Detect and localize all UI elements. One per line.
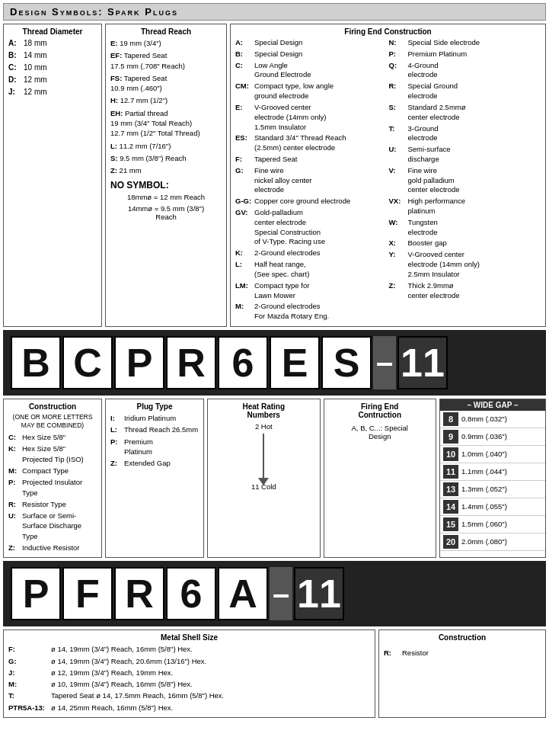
tr-value: 21 mm — [120, 166, 142, 175]
no-symbol-items: 18mmø = 12 mm Reach14mmø = 9.5 mm (3/8")… — [110, 193, 222, 221]
pt-key: L: — [110, 424, 121, 434]
fe-key: ES: — [235, 133, 252, 153]
firing-end-right-item: U:Semi-surface discharge — [389, 145, 541, 165]
no-symbol-item: 14mmø = 9.5 mm (3/8") Reach — [110, 204, 222, 221]
wide-gap-items: 80.8mm (.032")90.9mm (.036")101.0mm (.04… — [440, 411, 545, 551]
fe-value: Compact type for Lawn Mower — [254, 281, 309, 301]
construction-left-item: P:Projected Insulator Type — [8, 477, 97, 498]
firing-end-right-item: R:Special Ground electrode — [389, 82, 541, 101]
firing-end-left-item: LM:Compact type for Lawn Mower — [235, 281, 388, 301]
fe-key: W: — [389, 218, 406, 238]
thread-diameter-item: D:12 mm — [8, 75, 97, 85]
cl-key: U: — [8, 511, 19, 541]
fe-key: C: — [235, 61, 252, 81]
fe-key: LM: — [235, 281, 252, 301]
ms-value: ø 10, 19mm (3/4") Reach, 16mm (5/8") Hex… — [51, 679, 193, 689]
bottom-section: Metal Shell Size F:ø 14, 19mm (3/4") Rea… — [3, 629, 546, 718]
tr-key: H: — [110, 96, 118, 104]
firing-end-left-item: GV:Gold-palladium center electrode Speci… — [235, 208, 388, 247]
firing-end-construction-title: Firing End Contruction — [329, 402, 432, 419]
wg-num: 13 — [443, 482, 458, 496]
code-display-2: PFR6A–11 — [3, 561, 546, 626]
fe-value: 2-Ground electrodes — [254, 248, 321, 258]
fe-value: Semi-surface discharge — [408, 145, 451, 165]
heat-hot-label: 2 Hot — [212, 422, 315, 431]
wide-gap-title: – WIDE GAP – — [440, 399, 545, 411]
tr-value: 19 mm (3/4") — [120, 39, 161, 47]
pt-key: I: — [110, 413, 121, 423]
page-title: Design Symbols: Spark Plugs — [10, 6, 178, 18]
construction-left-item: M:Compact Type — [8, 466, 97, 476]
cl-key: M: — [8, 466, 19, 476]
construction-bottom-item: R:Resistor — [384, 648, 541, 658]
fe-value: Special Ground electrode — [408, 82, 458, 101]
ms-value: ø 14, 25mm Reach, 16mm (5/8") Hex. — [51, 703, 173, 713]
tr-key: E: — [110, 39, 118, 47]
cl-value: Compact Type — [22, 466, 69, 476]
firing-end-construction-box: Firing End Contruction A, B, C...: Speci… — [324, 399, 437, 558]
metal-shell-item: F:ø 14, 19mm (3/4") Reach, 16mm (5/8") H… — [8, 644, 370, 654]
firing-end-left-item: M:2-Ground electrodes For Mazda Rotary E… — [235, 302, 388, 322]
wg-num: 20 — [443, 535, 458, 549]
firing-end-left-item: CM:Compact type, low angle ground electr… — [235, 82, 388, 101]
firing-end-right-item: N:Special Side electrode — [389, 38, 541, 48]
fe-value: Gold-palladium center electrode Special … — [254, 208, 325, 247]
wide-gap-item: 202.0mm (.080") — [440, 533, 545, 551]
firing-end-construction-value: A, B, C...: Special Design — [329, 424, 432, 440]
firing-end-right-item: Z:Thick 2.9mmø center electrode — [389, 281, 541, 301]
fe-value: Special Design — [254, 50, 302, 59]
fe-value: Copper core ground electrode — [254, 197, 350, 207]
fe-value: V-Grooved center electrode (14mm only) 1… — [254, 103, 327, 132]
ms-key: J: — [8, 668, 48, 678]
ms-key: PTR5A-13: — [8, 703, 48, 713]
page: Design Symbols: Spark Plugs Thread Diame… — [0, 0, 549, 756]
code-char: R — [114, 567, 164, 620]
metal-shell-item: M:ø 10, 19mm (3/4") Reach, 16mm (5/8") H… — [8, 679, 370, 689]
thread-reach-items: E: 19 mm (3/4")EF: Tapered Seat 17.5 mm … — [110, 38, 222, 176]
thread-reach-box: Thread Reach E: 19 mm (3/4")EF: Tapered … — [105, 24, 227, 327]
thread-reach-title: Thread Reach — [110, 27, 222, 36]
pt-value: Premium Platinum — [124, 437, 153, 457]
construction-left-item: C:Hex Size 5/8" — [8, 432, 97, 442]
cl-value: Inductive Resistor — [22, 543, 80, 553]
tr-key: EH: — [110, 109, 123, 117]
cl-key: Z: — [8, 543, 19, 553]
firing-end-right-item: V:Fine wire gold palladium center electr… — [389, 166, 541, 195]
fe-key: CM: — [235, 82, 252, 101]
wg-num: 11 — [443, 465, 458, 479]
ms-key: G: — [8, 656, 48, 666]
cl-value: Resistor Type — [22, 499, 66, 509]
tr-value: Partial thread 19 mm (3/4" Total Reach) … — [110, 109, 200, 138]
cl-value: Hex Size 5/8" Projected Tip (ISO) — [22, 444, 84, 464]
wg-num: 9 — [443, 430, 458, 444]
tr-key: S: — [110, 154, 118, 162]
firing-end-left-item: G-G:Copper core ground electrode — [235, 197, 388, 207]
thread-diameter-item: B:14 mm — [8, 50, 97, 61]
cb-value: Resistor — [402, 648, 429, 658]
cl-key: K: — [8, 444, 19, 464]
fe-key: X: — [389, 239, 406, 248]
pt-value: Iridium Platinum — [124, 413, 176, 423]
fe-key: Y: — [389, 250, 406, 279]
wg-num: 8 — [443, 412, 458, 426]
fe-value: Fine wire gold palladium center electrod… — [408, 166, 460, 195]
item-key: D: — [8, 75, 21, 85]
construction-bottom-title: Construction — [384, 633, 541, 642]
code-dash: – — [270, 567, 292, 620]
tr-key: FS: — [110, 74, 122, 82]
code-char: C — [62, 336, 113, 389]
item-value: 12 mm — [24, 75, 47, 85]
metal-shell-title: Metal Shell Size — [8, 633, 370, 642]
item-value: 14 mm — [24, 50, 47, 61]
code-display-1: BCPR6ES–11 — [3, 330, 546, 396]
metal-shell-item: G:ø 14, 19mm (3/4") Reach, 20.6mm (13/16… — [8, 656, 370, 666]
cl-key: R: — [8, 499, 19, 509]
item-value: 10 mm — [24, 62, 47, 73]
tr-value: 12.7 mm (1/2") — [120, 96, 168, 104]
firing-end-left-item: ES:Standard 3/4" Thread Reach (2.5mm) ce… — [235, 133, 388, 153]
item-key: B: — [8, 50, 21, 61]
firing-end-left-item: E:V-Grooved center electrode (14mm only)… — [235, 103, 388, 132]
ms-value: Tapered Seat ø 14, 17.5mm Reach, 16mm (5… — [51, 690, 224, 700]
thread-reach-item: Z: 21 mm — [110, 165, 222, 175]
construction-bottom-box: Construction R:Resistor — [378, 629, 546, 718]
